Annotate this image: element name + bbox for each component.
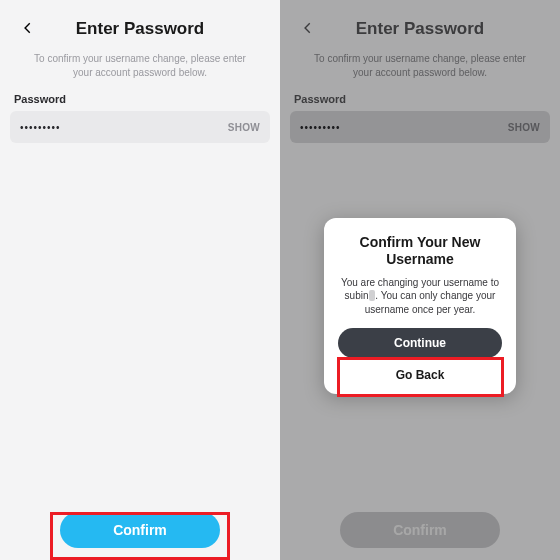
back-button bbox=[296, 16, 320, 40]
modal-body-suffix: . You can only change your username once… bbox=[365, 290, 496, 315]
confirm-button[interactable]: Confirm bbox=[60, 512, 220, 548]
modal-title-line2: Username bbox=[338, 251, 502, 268]
confirm-button-disabled: Confirm bbox=[340, 512, 500, 548]
go-back-button-label: Go Back bbox=[396, 368, 445, 382]
password-label: Password bbox=[290, 93, 550, 105]
chevron-left-icon bbox=[21, 21, 35, 35]
modal-title-line1: Confirm Your New bbox=[338, 234, 502, 251]
modal-body: You are changing your username to subin … bbox=[338, 276, 502, 317]
password-input[interactable]: ••••••••• SHOW bbox=[10, 111, 270, 143]
back-button[interactable] bbox=[16, 16, 40, 40]
password-masked-value: ••••••••• bbox=[300, 122, 341, 133]
continue-button[interactable]: Continue bbox=[338, 328, 502, 358]
header: Enter Password bbox=[290, 12, 550, 46]
password-label: Password bbox=[10, 93, 270, 105]
show-password-button: SHOW bbox=[508, 122, 540, 133]
password-masked-value: ••••••••• bbox=[20, 122, 61, 133]
header: Enter Password bbox=[10, 12, 270, 46]
chevron-left-icon bbox=[301, 21, 315, 35]
password-input: ••••••••• SHOW bbox=[290, 111, 550, 143]
show-password-button[interactable]: SHOW bbox=[228, 122, 260, 133]
confirm-username-modal: Confirm Your New Username You are changi… bbox=[324, 218, 516, 394]
go-back-button[interactable]: Go Back bbox=[338, 368, 502, 382]
confirm-wrap: Confirm bbox=[10, 512, 270, 550]
subtitle-text: To confirm your username change, please … bbox=[10, 46, 270, 93]
spacer bbox=[10, 143, 270, 512]
confirm-button-label: Confirm bbox=[113, 522, 167, 538]
screen-enter-password-active: Enter Password To confirm your username … bbox=[0, 0, 280, 560]
confirm-wrap: Confirm bbox=[290, 512, 550, 550]
page-title: Enter Password bbox=[356, 19, 485, 39]
page-title: Enter Password bbox=[76, 19, 205, 39]
confirm-button-label: Confirm bbox=[393, 522, 447, 538]
subtitle-text: To confirm your username change, please … bbox=[290, 46, 550, 93]
continue-button-label: Continue bbox=[394, 336, 446, 350]
modal-title: Confirm Your New Username bbox=[338, 234, 502, 268]
screen-enter-password-with-modal: Enter Password To confirm your username … bbox=[280, 0, 560, 560]
